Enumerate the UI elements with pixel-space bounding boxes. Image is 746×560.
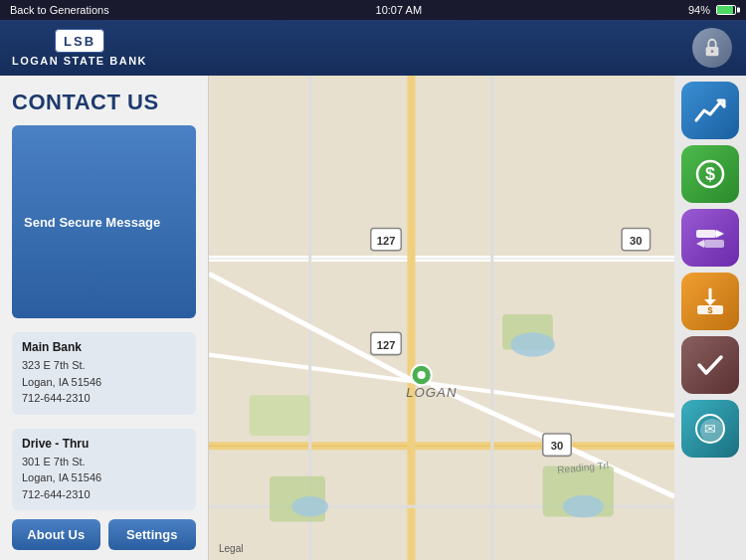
back-to-generations[interactable]: Back to Generations bbox=[10, 4, 109, 16]
dollar-icon: $ bbox=[692, 156, 728, 192]
send-secure-message-button[interactable]: Send Secure Message bbox=[12, 125, 196, 318]
about-us-button[interactable]: About Us bbox=[12, 519, 100, 550]
header-bank-name: LOGAN STATE BANK bbox=[12, 55, 147, 67]
svg-text:LOGAN: LOGAN bbox=[406, 385, 457, 400]
svg-text:127: 127 bbox=[377, 339, 396, 351]
map-area[interactable]: 127 30 127 30 LOGAN Reading Trl Legal bbox=[209, 76, 674, 560]
svg-rect-35 bbox=[696, 230, 716, 238]
left-panel: CONTACT US Send Secure Message Main Bank… bbox=[0, 76, 209, 560]
svg-marker-36 bbox=[716, 230, 724, 238]
settings-button[interactable]: Settings bbox=[108, 519, 197, 550]
map-svg: 127 30 127 30 LOGAN Reading Trl bbox=[209, 76, 674, 560]
location-main-bank-name: Main Bank bbox=[22, 340, 186, 354]
header-logo-text: LSB bbox=[64, 34, 95, 49]
svg-point-20 bbox=[563, 495, 604, 517]
svg-marker-42 bbox=[704, 299, 716, 305]
trending-icon bbox=[692, 93, 728, 128]
svg-marker-38 bbox=[696, 240, 704, 248]
svg-point-19 bbox=[291, 496, 328, 516]
battery-icon bbox=[716, 5, 736, 15]
checkmark-icon bbox=[692, 347, 728, 383]
svg-text:$: $ bbox=[705, 164, 715, 184]
markets-button[interactable] bbox=[681, 82, 739, 139]
location-drive-thru: Drive - Thru 301 E 7th St.Logan, IA 5154… bbox=[12, 429, 196, 511]
svg-text:30: 30 bbox=[630, 235, 642, 247]
bottom-buttons: About Us Settings bbox=[12, 519, 196, 550]
status-bar: Back to Generations 10:07 AM 94% bbox=[0, 0, 746, 20]
svg-text:127: 127 bbox=[377, 235, 396, 247]
svg-text:✉: ✉ bbox=[704, 421, 716, 437]
location-drive-thru-name: Drive - Thru bbox=[22, 437, 186, 451]
right-sidebar: $ $ bbox=[674, 76, 746, 560]
status-right: 94% bbox=[688, 4, 736, 16]
battery-percent: 94% bbox=[688, 4, 710, 16]
deposit-button[interactable]: $ bbox=[681, 273, 739, 330]
lock-icon bbox=[692, 28, 732, 68]
lock-svg bbox=[701, 37, 723, 59]
transfer-button[interactable] bbox=[681, 209, 739, 267]
svg-point-18 bbox=[510, 332, 555, 356]
svg-rect-14 bbox=[250, 395, 310, 436]
svg-point-32 bbox=[418, 371, 426, 379]
check-button[interactable] bbox=[681, 336, 739, 394]
battery-fill bbox=[717, 6, 733, 14]
svg-rect-37 bbox=[704, 240, 724, 248]
deposit-icon: $ bbox=[692, 283, 728, 319]
location-main-bank-address: 323 E 7th St.Logan, IA 51546712-644-2310 bbox=[22, 357, 186, 407]
accounts-button[interactable]: $ bbox=[681, 145, 739, 203]
contact-us-title: CONTACT US bbox=[12, 90, 196, 115]
header: LSB LOGAN STATE BANK bbox=[0, 20, 746, 76]
main-layout: CONTACT US Send Secure Message Main Bank… bbox=[0, 76, 746, 560]
email-icon: ✉ bbox=[692, 411, 728, 447]
header-logo-area: LSB LOGAN STATE BANK bbox=[12, 29, 147, 67]
locations-list: Main Bank 323 E 7th St.Logan, IA 5154671… bbox=[12, 332, 196, 511]
contact-email-button[interactable]: ✉ bbox=[681, 400, 739, 458]
svg-text:30: 30 bbox=[551, 440, 563, 452]
location-drive-thru-address: 301 E 7th St.Logan, IA 51546712-644-2310 bbox=[22, 454, 186, 503]
svg-text:$: $ bbox=[707, 305, 712, 315]
header-logo-box: LSB bbox=[55, 29, 104, 53]
svg-point-1 bbox=[711, 50, 714, 53]
location-main-bank: Main Bank 323 E 7th St.Logan, IA 5154671… bbox=[12, 332, 196, 415]
map-legal: Legal bbox=[219, 543, 243, 554]
transfer-icon bbox=[692, 220, 728, 256]
status-time: 10:07 AM bbox=[376, 4, 422, 16]
